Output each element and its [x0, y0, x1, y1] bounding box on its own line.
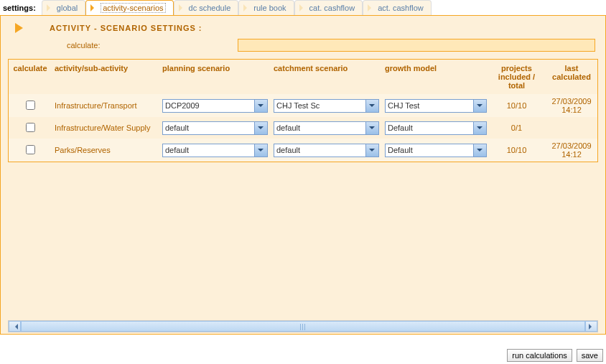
footer-buttons: run calculations save [507, 349, 603, 362]
activity-cell: Infrastructure/Transport [52, 98, 159, 113]
settings-label: settings: [0, 1, 42, 15]
chevron-down-icon [258, 126, 264, 132]
planning-select[interactable]: DCP2009 [162, 99, 268, 113]
last-calc-cell: 27/03/2009 14:12 [544, 94, 600, 117]
arrow-icon [368, 4, 375, 11]
growth-select[interactable]: Default [385, 144, 487, 157]
col-planning: planning scenario [159, 60, 271, 94]
catchment-select[interactable]: default [274, 121, 379, 135]
chevron-down-icon [258, 104, 264, 110]
col-catchment: catchment scenario [271, 60, 382, 94]
page-title: ACTIVITY - SCENARIO SETTINGS : [50, 24, 202, 32]
activity-cell: Infrastructure/Water Supply [52, 121, 159, 135]
arrow-icon [47, 4, 54, 11]
last-calc-cell [544, 125, 600, 131]
tab-activity-scenarios[interactable]: activity-scenarios [85, 0, 173, 15]
col-projects: projects included / total [490, 60, 544, 94]
arrow-icon [243, 4, 251, 11]
scroll-right-button[interactable] [585, 321, 597, 332]
calculate-input[interactable] [238, 39, 595, 52]
chevron-down-icon [369, 149, 375, 154]
table-row: Infrastructure/Transport DCP2009 CHJ Tes… [9, 94, 597, 117]
calculate-label: calculate: [67, 41, 230, 50]
col-calculate: calculate [9, 60, 52, 94]
planning-select[interactable]: default [162, 144, 268, 157]
header-row: ACTIVITY - SCENARIO SETTINGS : [1, 16, 605, 37]
planning-select[interactable]: default [162, 121, 268, 135]
tab-cat-cashflow[interactable]: cat. cashflow [294, 0, 363, 15]
row-checkbox[interactable] [26, 123, 35, 132]
section-arrow-icon [15, 23, 28, 33]
tab-global[interactable]: global [42, 0, 85, 15]
projects-cell: 0/1 [490, 121, 544, 135]
calculate-row: calculate: [1, 37, 605, 59]
scroll-track[interactable] [21, 321, 585, 332]
projects-cell: 10/10 [490, 98, 544, 113]
col-last: last calculated [544, 60, 600, 94]
scenario-grid: calculate activity/sub-activity planning… [8, 59, 598, 162]
scroll-left-button[interactable] [9, 321, 21, 332]
chevron-down-icon [369, 126, 375, 132]
chevron-down-icon [477, 149, 483, 154]
grip-icon [300, 324, 306, 330]
last-calc-cell: 27/03/2009 14:12 [544, 139, 600, 162]
growth-select[interactable]: CHJ Test [385, 99, 487, 113]
run-calculations-button[interactable]: run calculations [507, 349, 572, 362]
tab-act-cashflow[interactable]: act. cashflow [363, 0, 432, 15]
chevron-right-icon [589, 324, 595, 330]
tab-label: global [57, 4, 78, 12]
tab-dc-schedule[interactable]: dc schedule [174, 0, 239, 15]
col-activity: activity/sub-activity [52, 60, 159, 94]
arrow-icon [299, 4, 307, 11]
tab-label: rule book [253, 4, 286, 12]
arrow-icon [90, 4, 98, 11]
table-row: Infrastructure/Water Supply default defa… [9, 117, 597, 139]
activity-cell: Parks/Reserves [52, 143, 159, 157]
row-checkbox[interactable] [26, 101, 35, 110]
projects-cell: 10/10 [490, 143, 544, 157]
chevron-down-icon [477, 126, 483, 132]
catchment-select[interactable]: default [274, 144, 379, 157]
grid-header: calculate activity/sub-activity planning… [9, 60, 597, 94]
tab-label: dc schedule [189, 4, 231, 12]
chevron-down-icon [258, 149, 264, 154]
tab-label: activity-scenarios [101, 3, 165, 13]
chevron-down-icon [477, 104, 483, 110]
tab-label: act. cashflow [378, 4, 424, 12]
col-growth: growth model [382, 60, 490, 94]
save-button[interactable]: save [577, 349, 603, 362]
table-row: Parks/Reserves default default Default 1… [9, 139, 597, 162]
tab-rule-book[interactable]: rule book [238, 0, 294, 15]
chevron-down-icon [369, 104, 375, 110]
chevron-left-icon [12, 324, 18, 330]
main-panel: ACTIVITY - SCENARIO SETTINGS : calculate… [0, 16, 606, 335]
tab-bar: settings: global activity-scenarios dc s… [0, 0, 606, 16]
tab-label: cat. cashflow [309, 4, 355, 12]
horizontal-scrollbar[interactable] [8, 320, 598, 332]
catchment-select[interactable]: CHJ Test Sc [274, 99, 379, 113]
arrow-icon [179, 4, 186, 11]
growth-select[interactable]: Default [385, 121, 487, 135]
scroll-thumb[interactable] [21, 321, 585, 332]
row-checkbox[interactable] [26, 145, 35, 154]
